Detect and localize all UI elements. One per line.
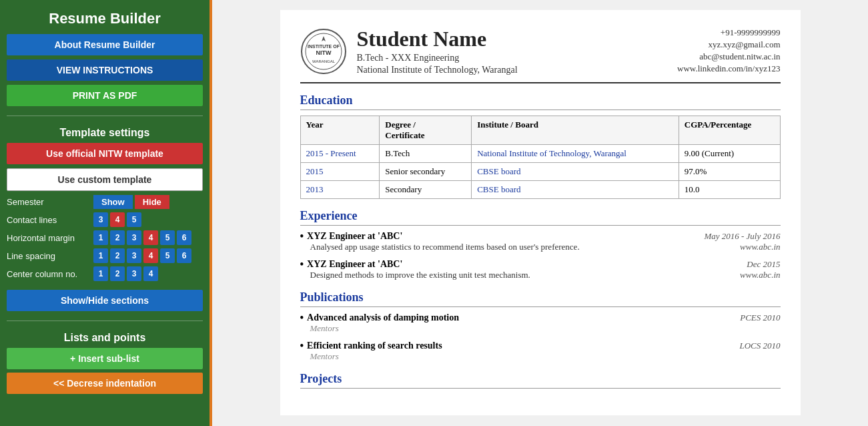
resume-header: INSTITUTE OF NITW WARANGAL Student Name … (300, 27, 781, 83)
hm-3[interactable]: 3 (127, 230, 141, 245)
cell-degree: Senior secondary (380, 163, 472, 181)
education-section: Education Year Degree /Certificate Insti… (300, 93, 781, 199)
ls-5[interactable]: 5 (160, 248, 175, 263)
print-button[interactable]: PRINT AS PDF (7, 85, 203, 106)
exp-header: XYZ Engineer at 'ABC' May 2016 - July 20… (300, 231, 781, 242)
decrease-indent-button[interactable]: << Decrese indentation (7, 373, 203, 394)
cc-3[interactable]: 3 (127, 266, 141, 281)
ls-4[interactable]: 4 (143, 248, 158, 263)
official-template-button[interactable]: Use official NITW template (7, 143, 203, 164)
show-hide-sections-button[interactable]: Show/Hide sections (7, 290, 203, 311)
divider-1 (7, 116, 203, 116)
exp-title: XYZ Engineer at 'ABC' (300, 259, 403, 270)
hm-6[interactable]: 6 (177, 230, 191, 245)
pub-venue: LOCS 2010 (739, 341, 780, 351)
show-button[interactable]: Show (93, 195, 133, 209)
cell-degree: Secondary (380, 181, 472, 199)
hm-1[interactable]: 1 (93, 230, 108, 245)
ls-2[interactable]: 2 (110, 248, 125, 263)
about-button[interactable]: About Resume Builder (7, 34, 203, 55)
cc-4[interactable]: 4 (143, 266, 158, 281)
pub-title: Advanced analysis of damping motion (300, 312, 460, 323)
contact-email2: abc@student.nitw.ac.in (677, 51, 780, 62)
contact-phone: +91-9999999999 (677, 27, 780, 38)
divider-2 (7, 321, 203, 321)
contact-4[interactable]: 4 (110, 212, 125, 227)
instructions-button[interactable]: VIEW INSTRUCTIONS (7, 59, 203, 81)
exp-link: www.abc.in (740, 242, 780, 252)
cell-institute: CBSE board (472, 181, 679, 199)
line-spacing-controls: 1 2 3 4 5 6 (93, 248, 191, 263)
cell-year: 2015 - Present (300, 145, 380, 163)
table-header-row: Year Degree /Certificate Institute / Boa… (300, 116, 780, 145)
resume-header-left: INSTITUTE OF NITW WARANGAL Student Name … (300, 27, 518, 75)
exp-link: www.abc.in (740, 270, 780, 280)
table-row: 2015 - Present B.Tech National Institute… (300, 145, 780, 163)
cc-1[interactable]: 1 (93, 266, 108, 281)
exp-date: Dec 2015 (747, 259, 780, 270)
svg-text:WARANGAL: WARANGAL (312, 59, 335, 63)
custom-template-button[interactable]: Use custom template (7, 168, 203, 191)
experience-list: XYZ Engineer at 'ABC' May 2016 - July 20… (300, 231, 781, 280)
cell-cgpa: 9.00 (Current) (679, 145, 780, 163)
publications-section: Publications Advanced analysis of dampin… (300, 290, 781, 362)
resume-container: INSTITUTE OF NITW WARANGAL Student Name … (280, 10, 801, 415)
contact-email1: xyz.xyz@gmail.com (677, 39, 780, 50)
student-name: Student Name (357, 27, 518, 51)
exp-date: May 2016 - July 2016 (704, 231, 780, 242)
pub-venue: PCES 2010 (740, 312, 780, 323)
cell-year: 2013 (300, 181, 380, 199)
contact-5[interactable]: 5 (127, 212, 141, 227)
exp-sub-row: Analysed app usage statistics to recomme… (300, 242, 781, 252)
hm-2[interactable]: 2 (110, 230, 125, 245)
horizontal-margin-row: Horizontal margin 1 2 3 4 5 6 (7, 230, 203, 245)
education-table: Year Degree /Certificate Institute / Boa… (300, 116, 781, 199)
list-item: XYZ Engineer at 'ABC' May 2016 - July 20… (300, 231, 781, 252)
svg-text:NITW: NITW (316, 49, 331, 56)
list-item: XYZ Engineer at 'ABC' Dec 2015 Designed … (300, 259, 781, 280)
semester-row: Semester Show Hide (7, 195, 203, 209)
semester-controls: Show Hide (93, 195, 169, 209)
list-item: Efficient ranking of search results LOCS… (300, 341, 781, 362)
sidebar: Resume Builder About Resume Builder VIEW… (0, 0, 212, 426)
insert-sub-list-button[interactable]: + Insert sub-list (7, 348, 203, 369)
ls-1[interactable]: 1 (93, 248, 108, 263)
cell-cgpa: 97.0% (679, 163, 780, 181)
experience-section: Experience XYZ Engineer at 'ABC' May 201… (300, 209, 781, 280)
exp-sub-row: Designed methods to improve the existing… (300, 270, 781, 280)
line-spacing-row: Line spacing 1 2 3 4 5 6 (7, 248, 203, 263)
ls-3[interactable]: 3 (127, 248, 141, 263)
line-spacing-label: Line spacing (7, 251, 93, 261)
hide-button[interactable]: Hide (135, 195, 169, 209)
table-row: 2013 Secondary CBSE board 10.0 (300, 181, 780, 199)
col-institute: Institute / Board (472, 116, 679, 145)
hm-5[interactable]: 5 (160, 230, 175, 245)
publications-title: Publications (300, 290, 781, 307)
col-degree: Degree /Certificate (380, 116, 472, 145)
pub-header: Efficient ranking of search results LOCS… (300, 341, 781, 351)
ls-6[interactable]: 6 (177, 248, 191, 263)
lists-points-title: Lists and points (7, 332, 203, 344)
projects-section: Projects (300, 372, 781, 389)
cell-institute: National Institute of Technology, Warang… (472, 145, 679, 163)
template-settings-title: Template settings (7, 127, 203, 139)
exp-header: XYZ Engineer at 'ABC' Dec 2015 (300, 259, 781, 270)
app-title: Resume Builder (7, 10, 203, 27)
list-item: Advanced analysis of damping motion PCES… (300, 312, 781, 334)
cell-institute: CBSE board (472, 163, 679, 181)
pub-sub: Mentors (310, 323, 781, 334)
svg-marker-5 (322, 36, 326, 41)
hm-4[interactable]: 4 (143, 230, 158, 245)
semester-label: Semester (7, 197, 93, 207)
pub-header: Advanced analysis of damping motion PCES… (300, 312, 781, 323)
contact-3[interactable]: 3 (93, 212, 108, 227)
col-year: Year (300, 116, 380, 145)
svg-text:INSTITUTE OF: INSTITUTE OF (308, 44, 340, 49)
cc-2[interactable]: 2 (110, 266, 125, 281)
contact-linkedin: www.linkedin.com/in/xyz123 (677, 63, 780, 74)
center-col-label: Center column no. (7, 269, 93, 279)
horizontal-controls: 1 2 3 4 5 6 (93, 230, 191, 245)
exp-title: XYZ Engineer at 'ABC' (300, 231, 403, 242)
center-col-row: Center column no. 1 2 3 4 (7, 266, 203, 281)
resume-contact: +91-9999999999 xyz.xyz@gmail.com abc@stu… (677, 27, 780, 75)
